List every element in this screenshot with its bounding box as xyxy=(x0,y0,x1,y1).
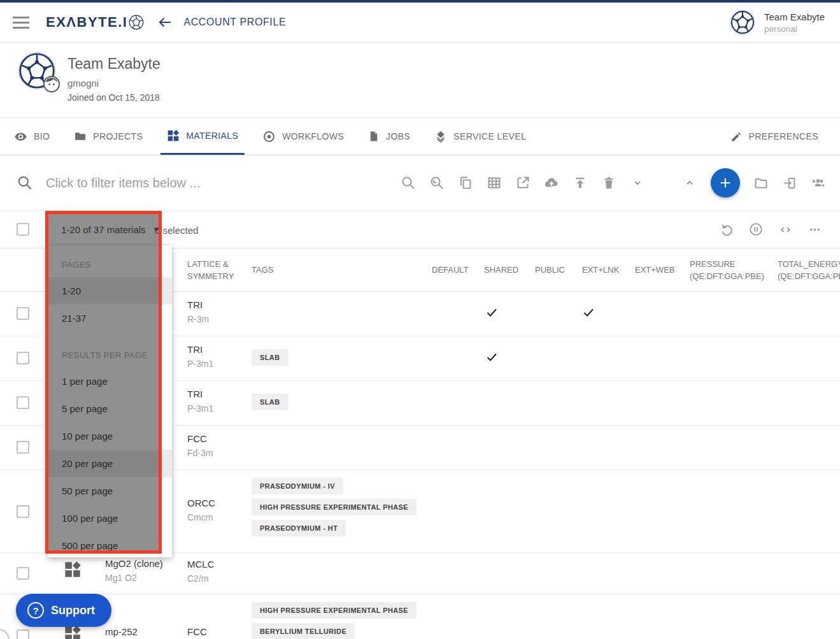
lattice-type: MCLC xyxy=(187,559,215,570)
column-header-lattice[interactable]: LATTICE & SYMMETRY xyxy=(187,257,234,282)
filter-input[interactable] xyxy=(46,176,313,190)
lattice-type: TRI xyxy=(187,299,209,310)
material-name: mp-252 xyxy=(105,626,138,637)
document-icon xyxy=(368,130,380,143)
symmetry-group: R-3m xyxy=(187,314,209,324)
row-checkbox[interactable] xyxy=(17,567,29,580)
lattice-type: FCC xyxy=(187,433,213,444)
search-icon[interactable] xyxy=(401,175,416,190)
lattice-type: TRI xyxy=(187,389,213,399)
symmetry-group: P-3m1 xyxy=(187,403,213,413)
tab-projects[interactable]: PROJECTS xyxy=(68,118,149,155)
code-icon[interactable] xyxy=(778,222,793,237)
row-checkbox[interactable] xyxy=(17,629,29,639)
undo-icon[interactable] xyxy=(719,222,734,237)
back-arrow-icon[interactable] xyxy=(157,15,173,30)
tag-chip: HIGH PRESSURE EXPERIMENTAL PHASE xyxy=(252,602,416,619)
pause-circle-icon[interactable] xyxy=(748,222,764,237)
symmetry-group: Cmcm xyxy=(187,512,215,522)
tab-preferences[interactable]: PREFERENCES xyxy=(724,118,825,155)
filter-bar xyxy=(0,155,840,211)
tab-service-level[interactable]: SERVICE LEVEL xyxy=(428,118,532,155)
select-all-checkbox[interactable] xyxy=(17,223,29,236)
tab-bio[interactable]: BIO xyxy=(8,118,56,155)
row-checkbox[interactable] xyxy=(17,396,29,409)
material-name: MgO2 (clone) xyxy=(105,558,163,569)
material-icon xyxy=(64,625,82,639)
chevron-up-icon[interactable] xyxy=(682,175,697,190)
column-header-pressure[interactable]: PRESSURE (QE:DFT:GGA:PBE) xyxy=(690,257,764,282)
chevron-down-icon[interactable] xyxy=(630,175,645,190)
search-icon xyxy=(17,175,33,191)
symmetry-group: Fd-3m xyxy=(187,448,213,458)
layers-diamond-icon xyxy=(434,130,447,143)
tag-chip: HIGH PRESSURE EXPERIMENTAL PHASE xyxy=(252,499,416,515)
profile-name: Team Exabyte xyxy=(68,55,160,73)
pencil-icon xyxy=(730,131,743,143)
help-icon: ? xyxy=(27,602,44,619)
symmetry-group: C2/m xyxy=(187,573,215,584)
tag-chip: SLAB xyxy=(252,394,288,410)
tag-chip: PRASEODYMIUM - IV xyxy=(252,478,343,494)
column-header-default[interactable]: DEFAULT xyxy=(432,264,469,276)
account-name: Team Exabyte xyxy=(764,11,825,22)
support-button[interactable]: ? Support xyxy=(16,594,111,627)
lattice-type: ORCC xyxy=(187,498,215,508)
eye-icon xyxy=(14,130,27,143)
row-checkbox[interactable] xyxy=(17,441,29,454)
publish-icon[interactable] xyxy=(573,175,588,190)
table-row[interactable]: mp-252 FCC HIGH PRESSURE EXPERIMENTAL PH… xyxy=(0,594,840,639)
account-type: personal xyxy=(764,24,825,34)
highlight-red-box xyxy=(45,211,162,554)
delete-icon[interactable] xyxy=(601,175,616,190)
column-header-public[interactable]: PUBLIC xyxy=(535,264,565,276)
exit-to-app-icon[interactable] xyxy=(782,175,797,190)
column-header-tags[interactable]: TAGS xyxy=(252,264,273,276)
search-retry-icon[interactable] xyxy=(429,175,445,190)
column-header-ext-web[interactable]: EXT+WEB xyxy=(635,264,675,276)
target-icon xyxy=(262,130,276,143)
column-header-shared[interactable]: SHARED xyxy=(484,264,518,276)
lattice-type: TRI xyxy=(187,344,213,355)
group-add-icon[interactable] xyxy=(811,175,826,190)
shared-check-icon xyxy=(485,350,498,363)
tab-workflows[interactable]: WORKFLOWS xyxy=(256,118,350,155)
open-in-new-icon[interactable] xyxy=(515,175,530,190)
profile-joined-date: Joined on Oct 15, 2018 xyxy=(68,92,160,103)
profile-username: gmogni xyxy=(68,78,160,89)
folder-icon[interactable] xyxy=(753,175,769,190)
ext-lnk-check-icon xyxy=(582,306,595,319)
app-bar: EXΛBYTE.I ACCOUNT PROFILE Team Exabyte p… xyxy=(0,3,840,43)
row-checkbox[interactable] xyxy=(17,352,29,364)
material-icon xyxy=(64,561,82,578)
page-title: ACCOUNT PROFILE xyxy=(183,17,286,28)
symmetry-group: P-3m1 xyxy=(187,359,213,369)
tab-materials[interactable]: MATERIALS xyxy=(160,118,245,155)
profile-summary: Team Exabyte gmogni Joined on Oct 15, 20… xyxy=(0,43,840,118)
row-checkbox[interactable] xyxy=(17,307,29,320)
tab-jobs[interactable]: JOBS xyxy=(362,118,416,155)
column-header-total-energy[interactable]: TOTAL_ENERGY (QE:DFT:GGA:PBE) xyxy=(778,257,840,282)
tag-chip: SLAB xyxy=(252,349,288,366)
account-switcher[interactable]: Team Exabyte personal xyxy=(730,10,825,35)
column-header-ext-lnk[interactable]: EXT+LNK xyxy=(582,264,619,276)
row-checkbox[interactable] xyxy=(17,505,29,518)
page: EXΛBYTE.I ACCOUNT PROFILE Team Exabyte p… xyxy=(0,0,840,639)
materials-icon xyxy=(167,129,180,142)
menu-icon[interactable] xyxy=(13,17,29,29)
profile-avatar xyxy=(18,52,56,90)
logo-text: EXΛBYTE.I xyxy=(46,14,127,31)
add-material-button[interactable] xyxy=(711,168,740,197)
logo-fullerene-icon xyxy=(129,15,144,30)
profile-tabs: BIO PROJECTS MATERIALS WORKFLOWS JOBS SE… xyxy=(0,118,840,155)
material-formula: Mg1 O2 xyxy=(105,573,163,583)
tag-chip: PRASEODYMIUM - HT xyxy=(252,520,346,536)
more-horiz-icon[interactable] xyxy=(807,222,822,237)
folder-icon xyxy=(74,130,87,143)
grid-icon[interactable] xyxy=(487,175,502,190)
cloud-upload-icon[interactable] xyxy=(544,175,559,190)
copy-icon[interactable] xyxy=(458,175,473,190)
logo[interactable]: EXΛBYTE.I xyxy=(46,14,144,31)
tag-chip: BERYLLIUM TELLURIDE xyxy=(252,623,355,639)
shared-check-icon xyxy=(485,306,498,319)
